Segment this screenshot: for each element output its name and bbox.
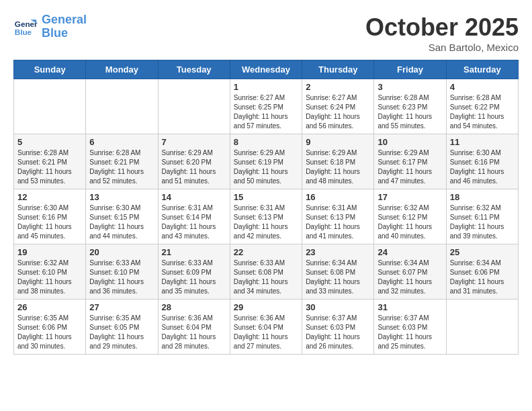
day-info: Sunrise: 6:30 AM Sunset: 6:16 PM Dayligh… xyxy=(450,148,515,186)
day-number: 30 xyxy=(306,302,370,312)
day-number: 1 xyxy=(234,82,298,92)
calendar-cell xyxy=(86,79,158,134)
day-number: 4 xyxy=(450,82,515,92)
dow-thursday: Thursday xyxy=(302,60,374,79)
logo-icon: General Blue xyxy=(13,15,38,39)
calendar-cell xyxy=(446,300,518,355)
calendar-cell: 8Sunrise: 6:29 AM Sunset: 6:19 PM Daylig… xyxy=(230,134,302,189)
calendar-cell: 18Sunrise: 6:32 AM Sunset: 6:11 PM Dayli… xyxy=(446,189,518,244)
day-number: 21 xyxy=(162,247,226,257)
day-info: Sunrise: 6:35 AM Sunset: 6:05 PM Dayligh… xyxy=(89,314,154,351)
logo: General Blue GeneralBlue xyxy=(13,13,87,40)
calendar-cell: 6Sunrise: 6:28 AM Sunset: 6:21 PM Daylig… xyxy=(86,134,158,189)
month-title: October 2025 xyxy=(365,13,519,42)
day-info: Sunrise: 6:34 AM Sunset: 6:07 PM Dayligh… xyxy=(378,259,442,296)
calendar-cell: 4Sunrise: 6:28 AM Sunset: 6:22 PM Daylig… xyxy=(446,79,518,134)
day-number: 6 xyxy=(89,137,154,147)
day-info: Sunrise: 6:28 AM Sunset: 6:22 PM Dayligh… xyxy=(450,93,515,131)
day-info: Sunrise: 6:37 AM Sunset: 6:03 PM Dayligh… xyxy=(306,314,370,351)
day-info: Sunrise: 6:36 AM Sunset: 6:04 PM Dayligh… xyxy=(162,314,226,351)
calendar-cell xyxy=(158,79,230,134)
day-info: Sunrise: 6:29 AM Sunset: 6:20 PM Dayligh… xyxy=(162,148,226,186)
calendar-cell: 22Sunrise: 6:33 AM Sunset: 6:08 PM Dayli… xyxy=(230,244,302,300)
day-info: Sunrise: 6:28 AM Sunset: 6:21 PM Dayligh… xyxy=(17,148,82,186)
day-number: 17 xyxy=(378,192,442,202)
day-info: Sunrise: 6:31 AM Sunset: 6:14 PM Dayligh… xyxy=(162,203,226,241)
calendar-cell: 27Sunrise: 6:35 AM Sunset: 6:05 PM Dayli… xyxy=(86,300,158,355)
day-number: 15 xyxy=(234,192,298,202)
calendar-cell: 5Sunrise: 6:28 AM Sunset: 6:21 PM Daylig… xyxy=(14,134,86,189)
day-info: Sunrise: 6:32 AM Sunset: 6:11 PM Dayligh… xyxy=(450,203,515,241)
calendar-cell: 7Sunrise: 6:29 AM Sunset: 6:20 PM Daylig… xyxy=(158,134,230,189)
day-info: Sunrise: 6:29 AM Sunset: 6:18 PM Dayligh… xyxy=(306,148,370,186)
day-number: 16 xyxy=(306,192,370,202)
calendar-cell: 31Sunrise: 6:37 AM Sunset: 6:03 PM Dayli… xyxy=(374,300,446,355)
calendar-cell: 28Sunrise: 6:36 AM Sunset: 6:04 PM Dayli… xyxy=(158,300,230,355)
calendar-cell: 12Sunrise: 6:30 AM Sunset: 6:16 PM Dayli… xyxy=(14,189,86,244)
calendar-cell: 15Sunrise: 6:31 AM Sunset: 6:13 PM Dayli… xyxy=(230,189,302,244)
day-number: 11 xyxy=(450,137,515,147)
day-info: Sunrise: 6:28 AM Sunset: 6:21 PM Dayligh… xyxy=(89,148,154,186)
day-info: Sunrise: 6:34 AM Sunset: 6:08 PM Dayligh… xyxy=(306,259,370,296)
day-number: 27 xyxy=(89,302,154,312)
week-row-4: 26Sunrise: 6:35 AM Sunset: 6:06 PM Dayli… xyxy=(14,300,519,355)
day-info: Sunrise: 6:31 AM Sunset: 6:13 PM Dayligh… xyxy=(306,203,370,241)
day-number: 3 xyxy=(378,82,442,92)
logo-text: GeneralBlue xyxy=(42,13,87,40)
week-row-3: 19Sunrise: 6:32 AM Sunset: 6:10 PM Dayli… xyxy=(14,244,519,300)
day-number: 14 xyxy=(162,192,226,202)
day-number: 2 xyxy=(306,82,370,92)
day-number: 20 xyxy=(89,247,154,257)
day-info: Sunrise: 6:33 AM Sunset: 6:08 PM Dayligh… xyxy=(234,259,298,296)
calendar-cell: 24Sunrise: 6:34 AM Sunset: 6:07 PM Dayli… xyxy=(374,244,446,300)
week-row-2: 12Sunrise: 6:30 AM Sunset: 6:16 PM Dayli… xyxy=(14,189,519,244)
day-number: 5 xyxy=(17,137,82,147)
day-number: 12 xyxy=(17,192,82,202)
calendar-body: 1Sunrise: 6:27 AM Sunset: 6:25 PM Daylig… xyxy=(14,79,519,355)
day-info: Sunrise: 6:33 AM Sunset: 6:10 PM Dayligh… xyxy=(89,259,154,296)
day-info: Sunrise: 6:36 AM Sunset: 6:04 PM Dayligh… xyxy=(234,314,298,351)
day-number: 24 xyxy=(378,247,442,257)
calendar-cell: 21Sunrise: 6:33 AM Sunset: 6:09 PM Dayli… xyxy=(158,244,230,300)
calendar-cell: 20Sunrise: 6:33 AM Sunset: 6:10 PM Dayli… xyxy=(86,244,158,300)
day-info: Sunrise: 6:27 AM Sunset: 6:25 PM Dayligh… xyxy=(234,93,298,131)
calendar-cell: 3Sunrise: 6:28 AM Sunset: 6:23 PM Daylig… xyxy=(374,79,446,134)
calendar-cell: 1Sunrise: 6:27 AM Sunset: 6:25 PM Daylig… xyxy=(230,79,302,134)
calendar-cell: 10Sunrise: 6:29 AM Sunset: 6:17 PM Dayli… xyxy=(374,134,446,189)
day-number: 31 xyxy=(378,302,442,312)
dow-sunday: Sunday xyxy=(14,60,86,79)
calendar-cell: 2Sunrise: 6:27 AM Sunset: 6:24 PM Daylig… xyxy=(302,79,374,134)
calendar-cell: 11Sunrise: 6:30 AM Sunset: 6:16 PM Dayli… xyxy=(446,134,518,189)
days-of-week-header: SundayMondayTuesdayWednesdayThursdayFrid… xyxy=(14,60,519,79)
calendar-cell: 30Sunrise: 6:37 AM Sunset: 6:03 PM Dayli… xyxy=(302,300,374,355)
day-info: Sunrise: 6:33 AM Sunset: 6:09 PM Dayligh… xyxy=(162,259,226,296)
svg-text:Blue: Blue xyxy=(15,27,32,36)
dow-monday: Monday xyxy=(86,60,158,79)
day-number: 7 xyxy=(162,137,226,147)
day-info: Sunrise: 6:29 AM Sunset: 6:17 PM Dayligh… xyxy=(378,148,442,186)
week-row-0: 1Sunrise: 6:27 AM Sunset: 6:25 PM Daylig… xyxy=(14,79,519,134)
day-number: 29 xyxy=(234,302,298,312)
day-info: Sunrise: 6:37 AM Sunset: 6:03 PM Dayligh… xyxy=(378,314,442,351)
calendar-cell: 9Sunrise: 6:29 AM Sunset: 6:18 PM Daylig… xyxy=(302,134,374,189)
calendar-cell: 13Sunrise: 6:30 AM Sunset: 6:15 PM Dayli… xyxy=(86,189,158,244)
day-number: 19 xyxy=(17,247,82,257)
location-subtitle: San Bartolo, Mexico xyxy=(365,42,519,53)
day-info: Sunrise: 6:27 AM Sunset: 6:24 PM Dayligh… xyxy=(306,93,370,131)
dow-saturday: Saturday xyxy=(446,60,518,79)
calendar-cell: 14Sunrise: 6:31 AM Sunset: 6:14 PM Dayli… xyxy=(158,189,230,244)
day-number: 28 xyxy=(162,302,226,312)
calendar-table: SundayMondayTuesdayWednesdayThursdayFrid… xyxy=(13,60,519,355)
day-number: 23 xyxy=(306,247,370,257)
day-info: Sunrise: 6:28 AM Sunset: 6:23 PM Dayligh… xyxy=(378,93,442,131)
dow-friday: Friday xyxy=(374,60,446,79)
calendar-cell: 19Sunrise: 6:32 AM Sunset: 6:10 PM Dayli… xyxy=(14,244,86,300)
calendar-cell: 23Sunrise: 6:34 AM Sunset: 6:08 PM Dayli… xyxy=(302,244,374,300)
day-number: 9 xyxy=(306,137,370,147)
day-number: 26 xyxy=(17,302,82,312)
day-number: 18 xyxy=(450,192,515,202)
calendar-cell: 25Sunrise: 6:34 AM Sunset: 6:06 PM Dayli… xyxy=(446,244,518,300)
day-number: 25 xyxy=(450,247,515,257)
day-info: Sunrise: 6:30 AM Sunset: 6:15 PM Dayligh… xyxy=(89,203,154,241)
day-info: Sunrise: 6:29 AM Sunset: 6:19 PM Dayligh… xyxy=(234,148,298,186)
